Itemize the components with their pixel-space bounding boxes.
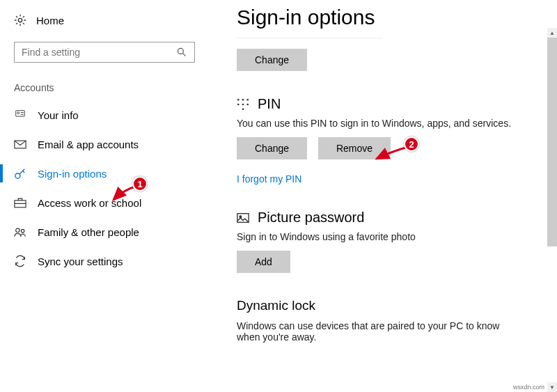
sync-icon: [14, 255, 26, 267]
picture-title: Picture password: [258, 210, 364, 226]
pin-change-button[interactable]: Change: [237, 137, 307, 159]
scroll-up-button[interactable]: ▲: [547, 28, 557, 38]
home-link[interactable]: Home: [0, 8, 209, 32]
search-input[interactable]: [14, 42, 195, 63]
svg-point-0: [18, 18, 22, 22]
svg-point-15: [242, 108, 244, 110]
svg-point-8: [21, 229, 24, 233]
page-title: Sign-in options: [237, 6, 546, 29]
annotation-badge-2: 2: [404, 136, 419, 152]
sidebar-item-email[interactable]: Email & app accounts: [0, 130, 209, 159]
sidebar-item-label: Family & other people: [38, 226, 139, 238]
sidebar-item-sync[interactable]: Sync your settings: [0, 246, 209, 276]
keypad-icon: [237, 98, 249, 111]
svg-point-13: [242, 103, 244, 105]
dynamic-desc: Windows can use devices that are paired …: [237, 320, 515, 343]
badge-icon: [14, 109, 26, 121]
sidebar-item-family[interactable]: Family & other people: [0, 217, 209, 246]
people-icon: [14, 226, 26, 238]
pin-title: PIN: [258, 96, 281, 112]
category-label: Accounts: [0, 82, 209, 100]
svg-point-7: [16, 228, 19, 232]
svg-point-9: [237, 98, 240, 100]
sidebar-item-label: Sync your settings: [38, 256, 123, 267]
settings-main: Sign-in options ───────────────────── Ch…: [237, 0, 546, 392]
password-section-desc: ─────────────────────: [237, 32, 546, 43]
picture-add-button[interactable]: Add: [237, 251, 290, 273]
svg-point-11: [246, 98, 249, 100]
scroll-down-button[interactable]: ▼: [547, 382, 557, 392]
sidebar-item-label: Email & app accounts: [38, 139, 139, 150]
settings-sidebar: Home Accounts Your info Email & app acco…: [0, 0, 209, 392]
picture-password-section: Picture password Sign in to Windows usin…: [237, 210, 546, 273]
scrollbar-thumb[interactable]: [547, 38, 557, 246]
search-container: [14, 42, 195, 63]
picture-desc: Sign in to Windows using a favorite phot…: [237, 231, 546, 242]
password-change-button[interactable]: Change: [237, 49, 307, 71]
svg-point-14: [246, 103, 249, 105]
sidebar-item-sign-in-options[interactable]: Sign-in options: [0, 159, 209, 188]
sidebar-item-label: Your info: [38, 109, 79, 121]
key-icon: [14, 167, 26, 180]
pin-section: PIN You can use this PIN to sign in to W…: [237, 96, 546, 185]
home-label: Home: [36, 15, 64, 26]
dynamic-lock-section: Dynamic lock Windows can use devices tha…: [237, 298, 546, 343]
picture-icon: [237, 212, 249, 224]
svg-point-5: [15, 173, 20, 178]
dynamic-title: Dynamic lock: [237, 298, 546, 313]
svg-point-3: [17, 112, 19, 114]
watermark: wsxdn.com: [513, 384, 544, 391]
sidebar-item-label: Access work or school: [38, 197, 141, 209]
sidebar-item-your-info[interactable]: Your info: [0, 100, 209, 130]
forgot-pin-link[interactable]: I forgot my PIN: [237, 173, 301, 185]
pin-remove-button[interactable]: Remove: [318, 137, 391, 159]
pin-desc: You can use this PIN to sign in to Windo…: [237, 118, 546, 129]
gear-icon: [14, 14, 26, 26]
svg-point-12: [237, 103, 240, 105]
svg-point-1: [178, 48, 183, 54]
mail-icon: [14, 138, 26, 150]
briefcase-icon: [14, 196, 26, 209]
sidebar-item-work-school[interactable]: Access work or school: [0, 188, 209, 217]
sidebar-item-label: Sign-in options: [38, 168, 107, 180]
annotation-badge-1: 1: [132, 176, 148, 191]
svg-point-10: [242, 98, 244, 100]
search-icon: [175, 46, 188, 58]
